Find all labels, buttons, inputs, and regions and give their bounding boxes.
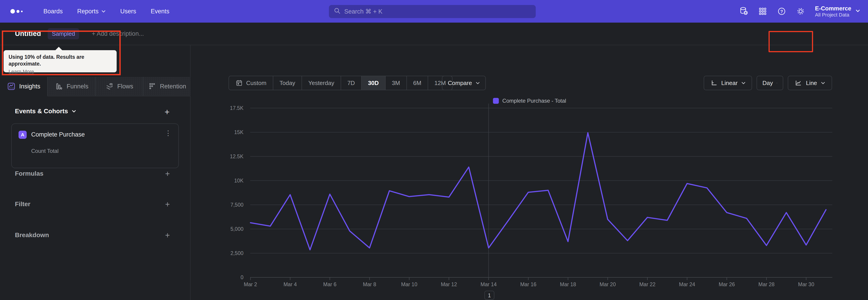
event-card[interactable]: A Complete Purchase ⋮ Count Total (11, 123, 179, 168)
nav-item-boards[interactable]: Boards (43, 8, 63, 15)
x-axis-label: Mar 26 (719, 281, 735, 287)
project-name: E-Commerce (815, 5, 851, 12)
nav-item-label: Users (120, 8, 136, 15)
pagination-page-button[interactable]: 1 (485, 291, 494, 300)
project-switcher[interactable]: E-Commerce All Project Data (815, 5, 860, 18)
x-axis-label: Mar 18 (560, 281, 576, 287)
database-settings-icon[interactable] (739, 6, 749, 16)
series-line (250, 133, 826, 250)
y-axis-label: 17.5K (230, 105, 244, 111)
section-filter: Filter+ (0, 200, 191, 210)
svg-text:?: ? (780, 9, 783, 14)
y-axis-label: 7,500 (230, 202, 243, 208)
tab-flows[interactable]: Flows (96, 77, 143, 96)
y-axis-label: 0 (241, 274, 243, 280)
section-formulas: Formulas+ (0, 169, 191, 179)
chart-panel: CustomTodayYesterday7D30D3M6M12M Compare… (191, 45, 868, 300)
tab-label: Insights (19, 83, 40, 90)
events-cohorts-header[interactable]: Events & Cohorts (15, 108, 76, 115)
sampled-badge[interactable]: Sampled (48, 28, 79, 39)
tooltip-learn-more-link[interactable]: Learn More (8, 69, 34, 74)
event-letter-badge: A (19, 131, 27, 139)
top-nav: BoardsReportsUsersEvents Search ⌘ + K ? … (0, 0, 868, 23)
kebab-menu-icon[interactable]: ⋮ (165, 130, 172, 137)
x-axis-label: Mar 16 (520, 281, 536, 287)
help-icon[interactable]: ? (777, 6, 786, 16)
query-builder-panel: InsightsFunnelsFlowsRetention Events & C… (0, 45, 191, 300)
search-icon (333, 7, 341, 16)
tab-funnels[interactable]: Funnels (48, 77, 95, 96)
add-formulas-button[interactable]: + (163, 170, 172, 179)
section-breakdown: Breakdown+ (0, 231, 191, 241)
y-axis-label: 5,000 (230, 226, 243, 232)
report-toolbar: Untitled Sampled + Add description... ••… (0, 23, 868, 45)
nav-right: ? E-Commerce All Project Data (739, 0, 860, 23)
x-axis-label: Mar 6 (323, 281, 337, 287)
x-axis-label: Mar 4 (283, 281, 297, 287)
x-axis-label: Mar 30 (798, 281, 814, 287)
report-type-tabs: InsightsFunnelsFlowsRetention (0, 77, 191, 96)
sampling-tooltip: Using 10% of data. Results are approxima… (4, 50, 117, 72)
tab-insights[interactable]: Insights (0, 77, 48, 96)
x-axis-label: Mar 2 (244, 281, 257, 287)
section-label: Filter (15, 201, 30, 208)
tab-label: Retention (160, 83, 186, 90)
x-axis-label: Mar 28 (758, 281, 775, 287)
main-menu: BoardsReportsUsersEvents (43, 8, 169, 15)
section-label: Breakdown (15, 232, 49, 239)
global-search-input[interactable]: Search ⌘ + K (329, 5, 536, 18)
x-axis-label: Mar 8 (363, 281, 376, 287)
tooltip-text: Using 10% of data. Results are approxima… (8, 54, 112, 67)
add-breakdown-button[interactable]: + (163, 231, 172, 240)
chevron-down-icon (855, 9, 860, 13)
y-axis-label: 15K (234, 129, 244, 135)
y-axis-label: 2,500 (230, 250, 243, 256)
nav-item-label: Reports (77, 8, 99, 15)
y-axis-label: 10K (234, 178, 244, 184)
chevron-down-icon (101, 10, 106, 13)
x-axis-label: Mar 22 (639, 281, 655, 287)
tab-retention[interactable]: Retention (143, 77, 191, 96)
event-metric[interactable]: Count Total (31, 148, 59, 154)
nav-item-events[interactable]: Events (151, 8, 169, 15)
project-scope: All Project Data (815, 12, 851, 18)
search-placeholder: Search ⌘ + K (344, 8, 382, 15)
nav-icon-group: ? (739, 6, 806, 16)
add-filter-button[interactable]: + (163, 200, 172, 209)
section-label: Formulas (15, 170, 43, 177)
nav-item-reports[interactable]: Reports (77, 8, 106, 15)
event-name[interactable]: Complete Purchase (31, 131, 85, 138)
add-description-button[interactable]: + Add description... (92, 30, 144, 37)
tab-label: Flows (117, 83, 133, 90)
tab-label: Funnels (67, 83, 88, 90)
add-event-button[interactable]: + (162, 108, 172, 117)
nav-item-label: Events (151, 8, 169, 15)
nav-item-label: Boards (43, 8, 63, 15)
nav-item-users[interactable]: Users (120, 8, 136, 15)
x-axis-label: Mar 24 (679, 281, 695, 287)
app-root: BoardsReportsUsersEvents Search ⌘ + K ? … (0, 0, 868, 300)
mixpanel-logo-icon[interactable] (10, 9, 23, 13)
line-chart[interactable]: 02,5005,0007,50010K12.5K15K17.5KMar 2Mar… (191, 45, 868, 300)
y-axis-label: 12.5K (230, 153, 244, 159)
x-axis-label: Mar 14 (480, 281, 497, 287)
x-axis-label: Mar 10 (401, 281, 417, 287)
settings-icon[interactable] (796, 6, 806, 16)
x-axis-label: Mar 12 (441, 281, 457, 287)
chevron-down-icon (72, 110, 76, 113)
report-title[interactable]: Untitled (15, 30, 41, 38)
x-axis-label: Mar 20 (600, 281, 616, 287)
apps-grid-icon[interactable] (758, 6, 768, 16)
